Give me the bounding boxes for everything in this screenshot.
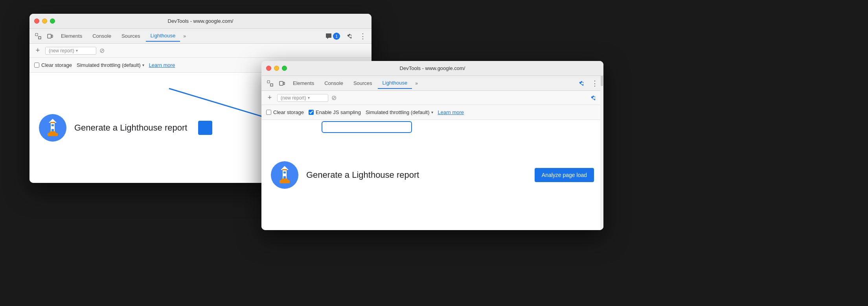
tab-console-back[interactable]: Console [88, 31, 116, 41]
toolbar-right-front: ⋮ [577, 78, 600, 89]
clear-storage-wrap-back[interactable]: Clear storage [34, 62, 72, 68]
window-title-front: DevTools - www.google.com/ [400, 65, 465, 71]
tab-lighthouse-back[interactable]: Lighthouse [146, 30, 180, 42]
clear-storage-checkbox-front[interactable] [266, 110, 271, 115]
report-bar-front: + (new report) ▾ ⊘ [261, 91, 603, 105]
toolbar-front: Elements Console Sources Lighthouse » ⋮ [261, 76, 603, 91]
title-bar-back: DevTools - www.google.com/ [29, 14, 371, 29]
svg-rect-16 [280, 81, 283, 85]
svg-rect-1 [39, 37, 41, 39]
throttle-select-back[interactable]: Simulated throttling (default) ▾ [77, 62, 144, 68]
traffic-lights-front [266, 66, 287, 71]
report-placeholder-front: (new report) [281, 95, 306, 101]
more-menu-front[interactable]: ⋮ [589, 78, 600, 89]
svg-rect-17 [283, 82, 285, 85]
tab-sources-front[interactable]: Sources [349, 78, 377, 88]
analyze-button[interactable]: Analyze page load [535, 168, 594, 182]
enable-js-checkbox[interactable] [309, 110, 314, 115]
minimize-button-back[interactable] [42, 18, 47, 24]
throttle-chevron-back: ▾ [142, 63, 144, 67]
svg-rect-24 [280, 180, 290, 183]
tab-elements-front[interactable]: Elements [288, 78, 319, 88]
settings-gear-report[interactable] [588, 92, 600, 103]
tab-lighthouse-front[interactable]: Lighthouse [378, 77, 412, 89]
learn-more-front[interactable]: Learn more [438, 109, 464, 115]
settings-icon-front[interactable] [577, 78, 588, 89]
svg-rect-3 [51, 35, 53, 37]
clear-circle-front[interactable]: ⊘ [331, 94, 337, 101]
comments-button-back[interactable]: 1 [322, 31, 343, 41]
svg-rect-25 [282, 169, 287, 170]
badge-count-back: 1 [333, 33, 340, 40]
tab-sources-back[interactable]: Sources [117, 31, 145, 41]
lighthouse-logo-back [39, 114, 66, 142]
report-dropdown-front[interactable]: (new report) ▾ [277, 94, 328, 102]
svg-rect-14 [267, 81, 270, 83]
generate-text-back: Generate a Lighthouse report [74, 123, 187, 133]
title-bar-front: DevTools - www.google.com/ [261, 61, 603, 76]
clear-storage-label-front: Clear storage [273, 109, 304, 115]
tab-overflow-back[interactable]: » [181, 32, 188, 41]
lighthouse-logo-front [271, 161, 298, 189]
devtools-window-front: DevTools - www.google.com/ Elements Cons… [261, 61, 603, 230]
tab-elements-back[interactable]: Elements [56, 31, 87, 41]
minimize-button-front[interactable] [274, 66, 279, 71]
clear-storage-checkbox-back[interactable] [34, 63, 39, 68]
throttle-chevron-front: ▾ [431, 110, 433, 114]
window-title-back: DevTools - www.google.com/ [168, 18, 234, 24]
tab-console-front[interactable]: Console [320, 78, 348, 88]
inspector-icon[interactable] [33, 31, 44, 42]
add-report-front[interactable]: + [265, 94, 274, 102]
svg-rect-11 [50, 122, 55, 123]
clear-circle-back[interactable]: ⊘ [99, 47, 105, 54]
report-placeholder-back: (new report) [49, 48, 74, 53]
throttle-label-front: Simulated throttling (default) [366, 109, 430, 115]
svg-rect-22 [283, 171, 286, 173]
report-dropdown-back[interactable]: (new report) ▾ [45, 47, 96, 55]
device-icon-front[interactable] [276, 78, 287, 89]
enable-js-wrap[interactable]: Enable JS sampling [309, 109, 361, 115]
settings-icon-back[interactable] [345, 31, 356, 42]
main-content-front: Generate a Lighthouse report Analyze pag… [261, 120, 603, 230]
svg-rect-8 [51, 124, 54, 126]
clear-storage-label-back: Clear storage [41, 62, 72, 68]
toolbar-back: Elements Console Sources Lighthouse » 1 … [29, 29, 371, 44]
toolbar-right-back: 1 ⋮ [322, 31, 368, 42]
report-bar-back: + (new report) ▾ ⊘ [29, 44, 371, 58]
maximize-button-front[interactable] [282, 66, 287, 71]
traffic-lights-back [34, 18, 55, 24]
device-icon[interactable] [44, 31, 55, 42]
more-menu-back[interactable]: ⋮ [357, 31, 368, 42]
close-button-back[interactable] [34, 18, 39, 24]
scrollbar[interactable] [600, 61, 603, 230]
svg-rect-0 [35, 33, 38, 36]
analyze-btn-partial[interactable] [198, 121, 212, 135]
throttle-select-front[interactable]: Simulated throttling (default) ▾ [366, 109, 433, 115]
close-button-front[interactable] [266, 66, 271, 71]
tab-overflow-front[interactable]: » [413, 79, 420, 88]
add-report-back[interactable]: + [33, 46, 42, 55]
clear-storage-wrap-front[interactable]: Clear storage [266, 109, 304, 115]
dropdown-chevron-back: ▾ [76, 48, 78, 53]
generate-text-front: Generate a Lighthouse report [306, 170, 419, 180]
learn-more-back[interactable]: Learn more [149, 62, 175, 68]
throttle-label-back: Simulated throttling (default) [77, 62, 141, 68]
enable-js-label: Enable JS sampling [316, 109, 361, 115]
dropdown-chevron-front: ▾ [308, 96, 310, 100]
inspector-icon-front[interactable] [265, 78, 276, 89]
svg-rect-15 [270, 84, 273, 86]
svg-rect-10 [48, 133, 58, 136]
svg-rect-2 [48, 34, 51, 38]
maximize-button-back[interactable] [50, 18, 55, 24]
options-bar-front: Clear storage Enable JS sampling Simulat… [261, 105, 603, 120]
